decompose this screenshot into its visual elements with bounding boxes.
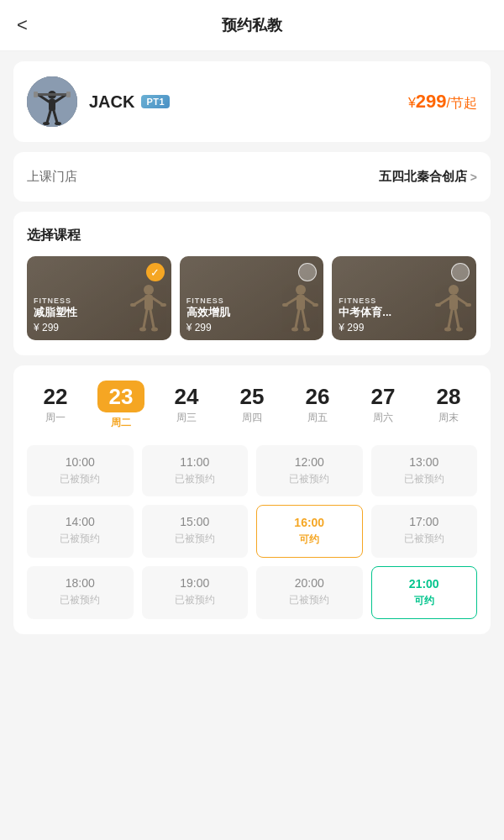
- back-button[interactable]: <: [17, 14, 28, 36]
- courses-title: 选择课程: [27, 227, 477, 244]
- slot-status: 已被预约: [404, 532, 444, 546]
- date-item[interactable]: 26 周五: [292, 386, 343, 425]
- slot-time: 15:00: [180, 515, 209, 528]
- date-item[interactable]: 23 周二: [96, 381, 146, 430]
- slot-time: 21:00: [409, 577, 439, 591]
- time-grid: 10:00 已被预约 11:00 已被预约 12:00 已被预约 13:00 已…: [27, 445, 477, 619]
- time-slot: 18:00 已被预约: [27, 566, 134, 619]
- date-day: 周末: [438, 411, 459, 425]
- slot-status: 已被预约: [175, 532, 215, 546]
- date-item[interactable]: 22 周一: [30, 386, 81, 425]
- date-number: 23: [97, 381, 145, 412]
- slot-time: 14:00: [66, 515, 95, 528]
- slot-time: 20:00: [295, 576, 324, 590]
- slot-status: 已被预约: [289, 472, 329, 486]
- fitness-label: FITNESS: [186, 297, 318, 306]
- store-label: 上课门店: [27, 169, 77, 185]
- date-day: 周六: [373, 411, 393, 425]
- schedule-card: 22 周一 23 周二 24 周三 25 周四 26 周五 27 周六 28 周…: [13, 365, 491, 634]
- course-name: 高效增肌: [186, 306, 318, 320]
- slot-time: 12:00: [295, 455, 324, 469]
- date-day: 周一: [45, 411, 66, 425]
- slot-time: 18:00: [66, 576, 95, 590]
- page-title: 预约私教: [222, 15, 282, 35]
- date-number: 28: [437, 386, 461, 407]
- svg-point-11: [43, 122, 50, 125]
- date-item[interactable]: 25 周四: [227, 386, 277, 425]
- slot-time: 13:00: [409, 455, 438, 469]
- slot-time: 11:00: [180, 455, 209, 469]
- date-number: 25: [240, 386, 265, 407]
- slot-time: 19:00: [180, 576, 209, 590]
- date-number: 24: [175, 386, 199, 407]
- date-day: 周五: [307, 411, 328, 425]
- trainer-name: JACK: [89, 92, 134, 112]
- course-select-icon[interactable]: [451, 263, 470, 281]
- date-item[interactable]: 27 周六: [358, 386, 408, 425]
- slot-status: 已被预约: [404, 472, 444, 486]
- time-slot: 10:00 已被预约: [27, 445, 134, 496]
- avatar: [27, 76, 77, 127]
- slot-status: 可约: [414, 594, 434, 608]
- time-slot: 14:00 已被预约: [27, 505, 134, 558]
- course-item[interactable]: FITNESS 高效增肌 ¥ 299: [180, 256, 324, 340]
- slot-status: 已被预约: [60, 472, 100, 486]
- courses-row: FITNESS 减脂塑性 ¥ 299 ✓ FITNESS 高效增肌 ¥ 299: [27, 256, 477, 340]
- time-slot: 17:00 已被预约: [371, 505, 478, 558]
- date-number: 22: [44, 386, 68, 407]
- time-slot: 13:00 已被预约: [371, 445, 478, 496]
- chevron-right-icon: >: [470, 171, 477, 184]
- course-price: ¥ 299: [34, 322, 165, 333]
- time-slot[interactable]: 21:00 可约: [371, 566, 478, 619]
- slot-status: 可约: [299, 533, 319, 547]
- time-slot: 11:00 已被预约: [142, 445, 249, 496]
- date-day: 周四: [242, 411, 262, 425]
- svg-point-12: [55, 122, 61, 125]
- course-name: 减脂塑性: [34, 306, 165, 320]
- slot-time: 17:00: [409, 515, 438, 528]
- date-row: 22 周一 23 周二 24 周三 25 周四 26 周五 27 周六 28 周…: [27, 381, 477, 430]
- time-slot[interactable]: 16:00 可约: [256, 505, 363, 558]
- courses-section: 选择课程 FITNESS 减脂塑性 ¥ 299 ✓: [13, 212, 491, 355]
- date-number: 27: [371, 386, 396, 407]
- date-day: 周二: [111, 416, 131, 430]
- date-item[interactable]: 24 周三: [161, 386, 212, 425]
- slot-status: 已被预约: [60, 532, 100, 546]
- date-item[interactable]: 28 周末: [423, 386, 474, 425]
- time-slot: 20:00 已被预约: [256, 566, 363, 619]
- course-price: ¥ 299: [339, 322, 470, 333]
- time-slot: 12:00 已被预约: [256, 445, 363, 496]
- course-select-icon[interactable]: ✓: [146, 263, 165, 281]
- fitness-label: FITNESS: [339, 297, 470, 306]
- header: < 预约私教: [0, 0, 504, 51]
- course-item[interactable]: FITNESS 中考体育... ¥ 299: [332, 256, 476, 340]
- svg-rect-8: [66, 92, 71, 97]
- fitness-label: FITNESS: [34, 297, 165, 306]
- time-slot: 19:00 已被预约: [142, 566, 249, 619]
- course-price: ¥ 299: [186, 322, 318, 333]
- store-value: 五四北秦合创店 >: [379, 169, 477, 185]
- trainer-price: ¥299/节起: [408, 91, 477, 113]
- slot-status: 已被预约: [289, 593, 329, 607]
- trainer-card: JACK PT1 ¥299/节起: [13, 61, 491, 142]
- course-name: 中考体育...: [339, 306, 470, 320]
- trainer-badge: PT1: [141, 95, 170, 108]
- svg-rect-7: [34, 92, 38, 97]
- slot-status: 已被预约: [175, 593, 215, 607]
- slot-time: 10:00: [66, 455, 95, 469]
- slot-time: 16:00: [294, 516, 324, 529]
- slot-status: 已被预约: [60, 593, 100, 607]
- store-card[interactable]: 上课门店 五四北秦合创店 >: [13, 152, 491, 202]
- time-slot: 15:00 已被预约: [142, 505, 249, 558]
- svg-rect-6: [35, 93, 69, 96]
- date-number: 26: [306, 386, 330, 407]
- date-day: 周三: [176, 411, 197, 425]
- slot-status: 已被预约: [175, 472, 215, 486]
- course-item[interactable]: FITNESS 减脂塑性 ¥ 299 ✓: [27, 256, 171, 340]
